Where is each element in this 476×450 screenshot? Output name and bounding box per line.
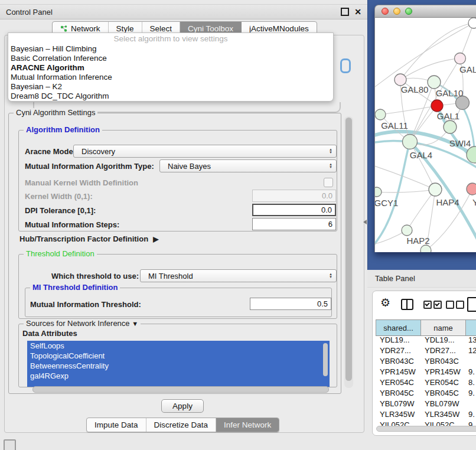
dropdown-option[interactable]: Basic Correlation Inference <box>8 54 333 63</box>
node-hap2[interactable] <box>402 225 412 236</box>
table-row[interactable]: YLR345W YLR345W 9. <box>376 409 476 420</box>
node-label: GAL4 <box>410 150 432 160</box>
settings-vertical-scrollbar[interactable] <box>344 116 353 388</box>
mi-steps-input[interactable] <box>252 218 336 230</box>
table-panel-title: Table Panel <box>375 274 415 283</box>
dropdown-option[interactable]: Mutual Information Inference <box>8 73 333 82</box>
node-gcy1[interactable] <box>375 187 382 197</box>
zoom-window-button[interactable] <box>405 8 412 15</box>
pane-resize-arrow[interactable] <box>363 220 367 224</box>
column-header-shared-name[interactable]: shared... <box>376 320 421 335</box>
table-row[interactable]: YBR045C YBR045C 9. <box>376 388 476 399</box>
node-unnamed-top[interactable] <box>468 18 476 28</box>
node-gal-partial[interactable] <box>455 53 466 64</box>
table-row[interactable]: YDR27... YDR27... 12 <box>376 345 476 356</box>
node-label: GCY1 <box>375 198 398 208</box>
new-table-icon[interactable] <box>467 297 476 312</box>
threshold-definition-group: Threshold Definition Which threshold to … <box>18 254 337 319</box>
table-row[interactable]: YBR043C YBR043C <box>376 356 476 367</box>
gear-icon[interactable]: ⚙ <box>380 297 390 308</box>
attributes-scrollbar[interactable] <box>323 343 328 376</box>
node-hap4[interactable] <box>429 183 442 196</box>
close-panel-icon[interactable]: ✕ <box>354 8 361 16</box>
list-item[interactable]: gal4RGexp <box>27 371 330 381</box>
node-label: GAL10 <box>436 88 464 98</box>
float-panel-icon[interactable] <box>341 8 349 16</box>
node-bottom-green[interactable] <box>420 245 431 252</box>
table-row[interactable]: YER054C YER054C 8. <box>376 377 476 388</box>
mi-steps-label: Mutual Information Steps: <box>25 220 119 229</box>
scrollbar-thumb[interactable] <box>345 118 352 381</box>
table-row[interactable]: YBL079W YBL079W <box>376 399 476 409</box>
node-gal1[interactable] <box>431 100 443 112</box>
settings-horizontal-scrollbar[interactable] <box>32 386 329 393</box>
node-gal4[interactable] <box>403 135 418 149</box>
mi-threshold-input[interactable] <box>250 298 331 310</box>
dropdown-option-selected[interactable]: ARACNE Algorithm <box>8 63 333 73</box>
column-header-partial[interactable] <box>466 320 476 335</box>
which-threshold-select[interactable]: MI Threshold ▲▼ <box>140 269 337 282</box>
node-label: GAL11 <box>381 120 408 131</box>
node-gal11[interactable] <box>375 109 386 120</box>
node-label: SWI4 <box>449 138 471 148</box>
tab-impute-data[interactable]: Impute Data <box>87 418 146 432</box>
minimized-panel-icon[interactable] <box>4 439 16 450</box>
algorithm-definition-group: Algorithm Definition Aracne Mode: Discov… <box>18 130 337 231</box>
deselect-all-icon[interactable] <box>456 301 464 309</box>
column-header-name[interactable]: name <box>421 320 466 335</box>
list-item[interactable]: SelfLoops <box>27 341 330 351</box>
minimize-window-button[interactable] <box>393 8 400 15</box>
aracne-mode-label: Aracne Mode: <box>25 147 76 156</box>
hub-transcription-factor-expander[interactable]: Hub/Transcription Factor Definition ▶ <box>19 234 158 243</box>
sources-title[interactable]: Sources for Network Inference ▼ <box>24 319 141 328</box>
node-y-partial[interactable] <box>467 183 476 195</box>
data-attributes-label: Data Attributes <box>22 329 77 338</box>
node-right-green[interactable] <box>467 146 476 163</box>
node-swi4[interactable] <box>444 120 457 133</box>
select-all-icon[interactable] <box>423 301 432 309</box>
node-gal10[interactable] <box>428 76 441 89</box>
mi-algorithm-type-select[interactable]: Naive Bayes ▲▼ <box>159 159 337 172</box>
table-header: shared... name <box>376 319 476 336</box>
stepper-icon: ▲▼ <box>329 163 336 169</box>
dropdown-option[interactable]: Bayesian – Hill Climbing <box>8 44 333 54</box>
mi-threshold-definition-title: MI Threshold Definition <box>30 283 120 292</box>
dropdown-option[interactable]: Dream8 DC_TDC Algorithm <box>8 92 333 101</box>
algorithm-settings-button[interactable] <box>340 58 351 73</box>
table-horizontal-scrollbar[interactable] <box>376 426 476 432</box>
dropdown-placeholder: Select algorithm to view settings <box>8 33 333 44</box>
cyni-algorithm-settings-group: Cyni Algorithm Settings Algorithm Defini… <box>8 113 341 394</box>
tab-discretize-data[interactable]: Discretize Data <box>146 418 217 432</box>
apply-button[interactable]: Apply <box>161 399 204 413</box>
mi-threshold-label: Mutual Information Threshold: <box>30 300 141 309</box>
node-gal80[interactable] <box>395 74 406 86</box>
deselect-all-icon[interactable] <box>446 301 454 309</box>
node-label: HAP2 <box>406 236 429 246</box>
kernel-width-label: Kernel Width (0,1): <box>25 192 93 201</box>
table-row[interactable]: YDL19... YDL19... 13 <box>376 335 476 345</box>
select-all-icon[interactable] <box>433 301 442 309</box>
tab-infer-network[interactable]: Infer Network <box>216 418 279 432</box>
dpi-tolerance-input[interactable] <box>252 204 336 216</box>
expand-right-icon: ▶ <box>153 235 158 243</box>
cyni-algorithm-settings-title: Cyni Algorithm Settings <box>14 108 97 117</box>
kernel-width-input[interactable] <box>252 190 336 202</box>
network-canvas[interactable]: GAL GAL80 GAL10 GAL1 GAL11 SWI4 GAL4 GCY… <box>374 18 476 252</box>
mi-threshold-definition-group: MI Threshold Definition Mutual Informati… <box>25 288 332 317</box>
split-columns-icon[interactable] <box>401 299 413 310</box>
node-label: GAL <box>459 64 476 74</box>
control-panel-title: Control Panel <box>6 8 53 17</box>
list-item[interactable]: TopologicalCoefficient <box>27 351 330 361</box>
which-threshold-label: Which threshold to use: <box>51 272 139 281</box>
dropdown-option[interactable]: Bayesian – K2 <box>8 82 333 92</box>
table-row[interactable]: YPR145W YPR145W 9. <box>376 367 476 377</box>
node-label: Y <box>472 197 476 207</box>
manual-kernel-width-checkbox[interactable] <box>324 178 333 187</box>
aracne-mode-select[interactable]: Discovery ▲▼ <box>73 145 337 158</box>
algorithm-definition-title: Algorithm Definition <box>24 125 102 134</box>
dpi-tolerance-label: DPI Tolerance [0,1]: <box>25 206 96 215</box>
list-item[interactable]: BetweennessCentrality <box>27 361 330 371</box>
close-window-button[interactable] <box>382 8 389 15</box>
threshold-definition-title: Threshold Definition <box>24 249 97 258</box>
network-window-titlebar[interactable] <box>374 5 476 18</box>
